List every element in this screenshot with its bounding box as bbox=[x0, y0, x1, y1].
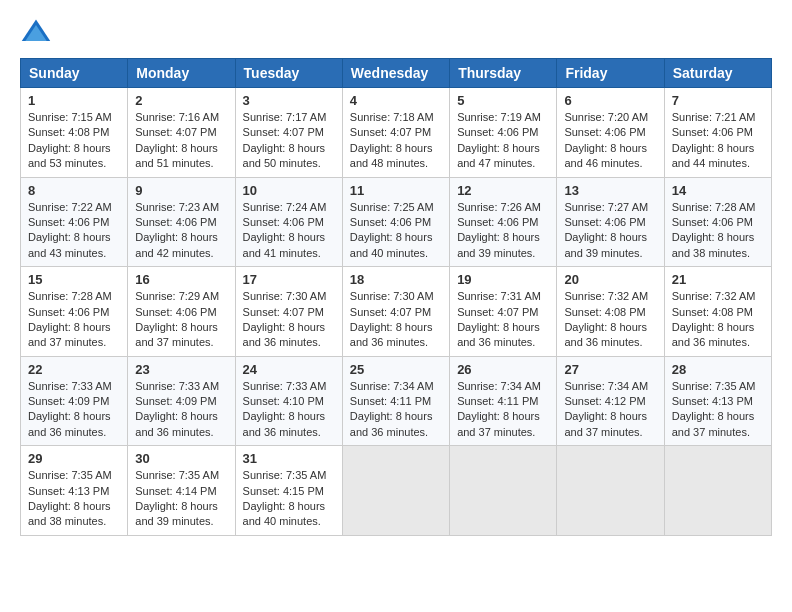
daylight-text: Daylight: 8 hours and 37 minutes. bbox=[672, 409, 764, 440]
day-number: 20 bbox=[564, 272, 656, 287]
calendar-cell: 16 Sunrise: 7:29 AM Sunset: 4:06 PM Dayl… bbox=[128, 267, 235, 357]
sunrise-text: Sunrise: 7:27 AM bbox=[564, 200, 656, 215]
calendar-cell: 5 Sunrise: 7:19 AM Sunset: 4:06 PM Dayli… bbox=[450, 88, 557, 178]
daylight-text: Daylight: 8 hours and 38 minutes. bbox=[28, 499, 120, 530]
calendar-cell: 13 Sunrise: 7:27 AM Sunset: 4:06 PM Dayl… bbox=[557, 177, 664, 267]
sunset-text: Sunset: 4:06 PM bbox=[672, 215, 764, 230]
calendar-week-row: 29 Sunrise: 7:35 AM Sunset: 4:13 PM Dayl… bbox=[21, 446, 772, 536]
sunset-text: Sunset: 4:06 PM bbox=[457, 125, 549, 140]
logo bbox=[20, 16, 56, 48]
calendar-cell: 12 Sunrise: 7:26 AM Sunset: 4:06 PM Dayl… bbox=[450, 177, 557, 267]
sunrise-text: Sunrise: 7:35 AM bbox=[243, 468, 335, 483]
daylight-text: Daylight: 8 hours and 50 minutes. bbox=[243, 141, 335, 172]
calendar-cell: 18 Sunrise: 7:30 AM Sunset: 4:07 PM Dayl… bbox=[342, 267, 449, 357]
sunset-text: Sunset: 4:06 PM bbox=[564, 125, 656, 140]
sunrise-text: Sunrise: 7:26 AM bbox=[457, 200, 549, 215]
sunrise-text: Sunrise: 7:30 AM bbox=[243, 289, 335, 304]
day-number: 6 bbox=[564, 93, 656, 108]
daylight-text: Daylight: 8 hours and 40 minutes. bbox=[243, 499, 335, 530]
sunrise-text: Sunrise: 7:16 AM bbox=[135, 110, 227, 125]
daylight-text: Daylight: 8 hours and 43 minutes. bbox=[28, 230, 120, 261]
calendar-cell: 6 Sunrise: 7:20 AM Sunset: 4:06 PM Dayli… bbox=[557, 88, 664, 178]
col-header-wednesday: Wednesday bbox=[342, 59, 449, 88]
daylight-text: Daylight: 8 hours and 39 minutes. bbox=[564, 230, 656, 261]
day-number: 31 bbox=[243, 451, 335, 466]
day-number: 3 bbox=[243, 93, 335, 108]
calendar-cell: 20 Sunrise: 7:32 AM Sunset: 4:08 PM Dayl… bbox=[557, 267, 664, 357]
daylight-text: Daylight: 8 hours and 51 minutes. bbox=[135, 141, 227, 172]
calendar-cell: 7 Sunrise: 7:21 AM Sunset: 4:06 PM Dayli… bbox=[664, 88, 771, 178]
daylight-text: Daylight: 8 hours and 44 minutes. bbox=[672, 141, 764, 172]
sunrise-text: Sunrise: 7:34 AM bbox=[350, 379, 442, 394]
day-number: 15 bbox=[28, 272, 120, 287]
day-number: 9 bbox=[135, 183, 227, 198]
sunset-text: Sunset: 4:06 PM bbox=[243, 215, 335, 230]
daylight-text: Daylight: 8 hours and 53 minutes. bbox=[28, 141, 120, 172]
sunset-text: Sunset: 4:06 PM bbox=[350, 215, 442, 230]
calendar-cell: 2 Sunrise: 7:16 AM Sunset: 4:07 PM Dayli… bbox=[128, 88, 235, 178]
calendar-cell: 25 Sunrise: 7:34 AM Sunset: 4:11 PM Dayl… bbox=[342, 356, 449, 446]
calendar-week-row: 15 Sunrise: 7:28 AM Sunset: 4:06 PM Dayl… bbox=[21, 267, 772, 357]
sunset-text: Sunset: 4:09 PM bbox=[28, 394, 120, 409]
sunrise-text: Sunrise: 7:23 AM bbox=[135, 200, 227, 215]
sunset-text: Sunset: 4:06 PM bbox=[564, 215, 656, 230]
sunrise-text: Sunrise: 7:28 AM bbox=[28, 289, 120, 304]
sunset-text: Sunset: 4:07 PM bbox=[350, 305, 442, 320]
page-header bbox=[20, 16, 772, 48]
sunset-text: Sunset: 4:11 PM bbox=[457, 394, 549, 409]
calendar-cell: 15 Sunrise: 7:28 AM Sunset: 4:06 PM Dayl… bbox=[21, 267, 128, 357]
calendar-cell: 11 Sunrise: 7:25 AM Sunset: 4:06 PM Dayl… bbox=[342, 177, 449, 267]
sunrise-text: Sunrise: 7:21 AM bbox=[672, 110, 764, 125]
sunrise-text: Sunrise: 7:19 AM bbox=[457, 110, 549, 125]
sunset-text: Sunset: 4:09 PM bbox=[135, 394, 227, 409]
daylight-text: Daylight: 8 hours and 36 minutes. bbox=[135, 409, 227, 440]
day-number: 8 bbox=[28, 183, 120, 198]
daylight-text: Daylight: 8 hours and 39 minutes. bbox=[457, 230, 549, 261]
sunset-text: Sunset: 4:07 PM bbox=[457, 305, 549, 320]
calendar-cell: 21 Sunrise: 7:32 AM Sunset: 4:08 PM Dayl… bbox=[664, 267, 771, 357]
calendar-cell bbox=[450, 446, 557, 536]
col-header-saturday: Saturday bbox=[664, 59, 771, 88]
daylight-text: Daylight: 8 hours and 36 minutes. bbox=[28, 409, 120, 440]
sunset-text: Sunset: 4:14 PM bbox=[135, 484, 227, 499]
col-header-tuesday: Tuesday bbox=[235, 59, 342, 88]
day-number: 22 bbox=[28, 362, 120, 377]
day-number: 17 bbox=[243, 272, 335, 287]
sunset-text: Sunset: 4:06 PM bbox=[457, 215, 549, 230]
sunrise-text: Sunrise: 7:33 AM bbox=[243, 379, 335, 394]
sunset-text: Sunset: 4:07 PM bbox=[350, 125, 442, 140]
daylight-text: Daylight: 8 hours and 36 minutes. bbox=[350, 409, 442, 440]
sunset-text: Sunset: 4:11 PM bbox=[350, 394, 442, 409]
daylight-text: Daylight: 8 hours and 36 minutes. bbox=[564, 320, 656, 351]
sunrise-text: Sunrise: 7:34 AM bbox=[564, 379, 656, 394]
sunset-text: Sunset: 4:06 PM bbox=[135, 215, 227, 230]
calendar-table: SundayMondayTuesdayWednesdayThursdayFrid… bbox=[20, 58, 772, 536]
day-number: 16 bbox=[135, 272, 227, 287]
col-header-monday: Monday bbox=[128, 59, 235, 88]
day-number: 29 bbox=[28, 451, 120, 466]
sunset-text: Sunset: 4:06 PM bbox=[28, 215, 120, 230]
daylight-text: Daylight: 8 hours and 36 minutes. bbox=[672, 320, 764, 351]
sunrise-text: Sunrise: 7:33 AM bbox=[28, 379, 120, 394]
daylight-text: Daylight: 8 hours and 37 minutes. bbox=[457, 409, 549, 440]
daylight-text: Daylight: 8 hours and 37 minutes. bbox=[135, 320, 227, 351]
calendar-cell: 23 Sunrise: 7:33 AM Sunset: 4:09 PM Dayl… bbox=[128, 356, 235, 446]
calendar-cell: 28 Sunrise: 7:35 AM Sunset: 4:13 PM Dayl… bbox=[664, 356, 771, 446]
sunset-text: Sunset: 4:12 PM bbox=[564, 394, 656, 409]
daylight-text: Daylight: 8 hours and 40 minutes. bbox=[350, 230, 442, 261]
sunrise-text: Sunrise: 7:29 AM bbox=[135, 289, 227, 304]
calendar-cell: 14 Sunrise: 7:28 AM Sunset: 4:06 PM Dayl… bbox=[664, 177, 771, 267]
sunrise-text: Sunrise: 7:17 AM bbox=[243, 110, 335, 125]
daylight-text: Daylight: 8 hours and 36 minutes. bbox=[350, 320, 442, 351]
calendar-week-row: 8 Sunrise: 7:22 AM Sunset: 4:06 PM Dayli… bbox=[21, 177, 772, 267]
col-header-thursday: Thursday bbox=[450, 59, 557, 88]
daylight-text: Daylight: 8 hours and 36 minutes. bbox=[243, 409, 335, 440]
day-number: 4 bbox=[350, 93, 442, 108]
daylight-text: Daylight: 8 hours and 48 minutes. bbox=[350, 141, 442, 172]
daylight-text: Daylight: 8 hours and 46 minutes. bbox=[564, 141, 656, 172]
daylight-text: Daylight: 8 hours and 38 minutes. bbox=[672, 230, 764, 261]
sunset-text: Sunset: 4:08 PM bbox=[564, 305, 656, 320]
calendar-cell: 9 Sunrise: 7:23 AM Sunset: 4:06 PM Dayli… bbox=[128, 177, 235, 267]
day-number: 2 bbox=[135, 93, 227, 108]
calendar-week-row: 22 Sunrise: 7:33 AM Sunset: 4:09 PM Dayl… bbox=[21, 356, 772, 446]
